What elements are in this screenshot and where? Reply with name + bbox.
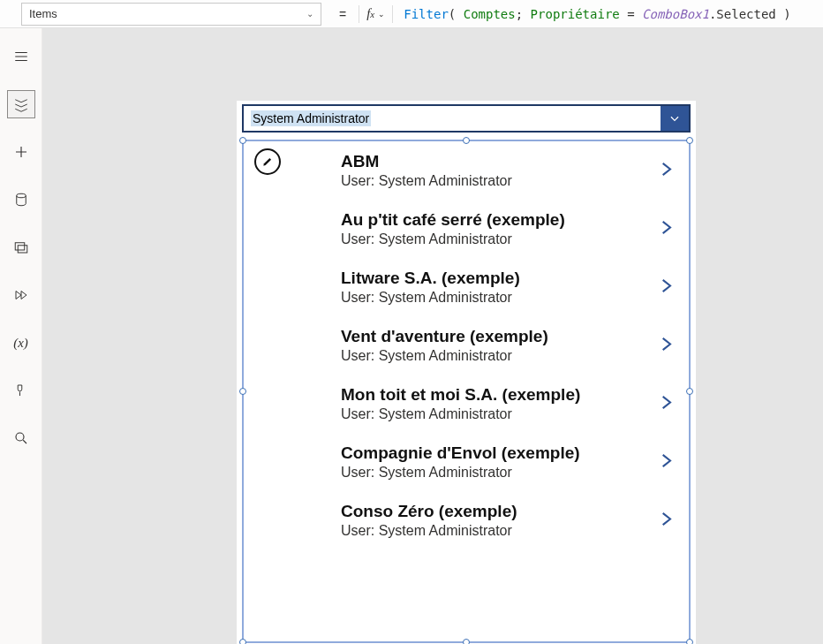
left-rail-container: (x) bbox=[0, 28, 42, 644]
chevron-right-icon[interactable] bbox=[657, 507, 675, 534]
list-item[interactable]: ABMUser: System Administrator bbox=[244, 141, 689, 200]
chevron-down-icon bbox=[668, 112, 681, 125]
resize-handle[interactable] bbox=[463, 639, 470, 644]
list-item[interactable]: Conso Zéro (exemple)User: System Adminis… bbox=[244, 491, 689, 549]
item-subtitle: User: System Administrator bbox=[341, 173, 652, 189]
chevron-down-icon: ⌄ bbox=[378, 10, 385, 19]
canvas[interactable]: System Administrator ABMUser: System Adm… bbox=[42, 28, 823, 644]
edit-icon[interactable] bbox=[254, 148, 281, 175]
divider bbox=[359, 5, 359, 23]
resize-handle[interactable] bbox=[463, 137, 470, 144]
resize-handle[interactable] bbox=[686, 388, 693, 395]
chevron-right-icon[interactable] bbox=[657, 216, 675, 243]
item-subtitle: User: System Administrator bbox=[341, 465, 652, 481]
fx-label[interactable]: fx⌄ bbox=[365, 6, 387, 21]
left-rail: (x) bbox=[0, 28, 42, 644]
list-item[interactable]: Mon toit et moi S.A. (exemple)User: Syst… bbox=[244, 375, 689, 433]
chevron-right-icon[interactable] bbox=[657, 449, 675, 476]
item-title: Litware S.A. (exemple) bbox=[341, 269, 652, 288]
resize-handle[interactable] bbox=[239, 639, 246, 644]
chevron-right-icon[interactable] bbox=[657, 390, 675, 418]
screen-preview[interactable]: System Administrator ABMUser: System Adm… bbox=[237, 101, 696, 644]
item-title: Au p'tit café serré (exemple) bbox=[341, 210, 652, 230]
gallery-scroll[interactable]: ABMUser: System AdministratorAu p'tit ca… bbox=[244, 141, 689, 641]
item-title: ABM bbox=[341, 152, 652, 171]
item-subtitle: User: System Administrator bbox=[341, 406, 652, 422]
resize-handle[interactable] bbox=[686, 137, 693, 144]
property-selector[interactable]: Items ⌄ bbox=[21, 3, 321, 26]
item-title: Conso Zéro (exemple) bbox=[341, 502, 652, 521]
tools-icon[interactable] bbox=[7, 376, 35, 405]
item-subtitle: User: System Administrator bbox=[341, 348, 652, 364]
flows-icon[interactable] bbox=[7, 281, 35, 309]
item-title: Compagnie d'Envol (exemple) bbox=[341, 443, 652, 463]
list-item[interactable]: Au p'tit café serré (exemple)User: Syste… bbox=[244, 200, 689, 258]
chevron-right-icon[interactable] bbox=[657, 274, 675, 301]
combobox-toggle[interactable] bbox=[661, 106, 689, 131]
item-title: Mon toit et moi S.A. (exemple) bbox=[341, 385, 652, 405]
resize-handle[interactable] bbox=[239, 137, 246, 144]
item-subtitle: User: System Administrator bbox=[341, 231, 652, 247]
search-icon[interactable] bbox=[7, 424, 35, 452]
chevron-right-icon[interactable] bbox=[657, 332, 675, 360]
item-subtitle: User: System Administrator bbox=[341, 290, 652, 306]
list-item[interactable]: Compagnie d'Envol (exemple)User: System … bbox=[244, 433, 689, 491]
resize-handle[interactable] bbox=[686, 639, 693, 644]
svg-rect-1 bbox=[15, 243, 25, 250]
item-title: Vent d'aventure (exemple) bbox=[341, 327, 652, 346]
divider bbox=[392, 5, 393, 23]
hamburger-icon[interactable] bbox=[7, 42, 35, 71]
list-item[interactable]: Vent d'aventure (exemple)User: System Ad… bbox=[244, 316, 689, 375]
combobox-selected-text: System Administrator bbox=[244, 111, 661, 125]
tree-view-icon[interactable] bbox=[7, 90, 35, 118]
formula-bar: Items ⌄ = fx⌄ Filter( Comptes; Propriéta… bbox=[0, 0, 823, 28]
svg-rect-2 bbox=[18, 246, 27, 253]
equals-label: = bbox=[332, 7, 353, 21]
svg-point-0 bbox=[16, 193, 26, 198]
gallery[interactable]: ABMUser: System AdministratorAu p'tit ca… bbox=[242, 140, 691, 643]
formula-input[interactable]: Filter( Comptes; Propriétaire = ComboBox… bbox=[398, 0, 823, 27]
property-selector-value: Items bbox=[29, 7, 57, 20]
item-subtitle: User: System Administrator bbox=[341, 523, 652, 539]
variables-icon[interactable]: (x) bbox=[7, 329, 35, 357]
plus-icon[interactable] bbox=[7, 138, 35, 166]
resize-handle[interactable] bbox=[239, 388, 246, 395]
chevron-down-icon: ⌄ bbox=[306, 9, 313, 19]
data-icon[interactable] bbox=[7, 186, 35, 214]
list-item[interactable]: Litware S.A. (exemple)User: System Admin… bbox=[244, 258, 689, 316]
svg-point-3 bbox=[16, 433, 24, 441]
combobox[interactable]: System Administrator bbox=[242, 104, 691, 133]
chevron-right-icon[interactable] bbox=[657, 157, 675, 185]
media-icon[interactable] bbox=[7, 233, 35, 261]
